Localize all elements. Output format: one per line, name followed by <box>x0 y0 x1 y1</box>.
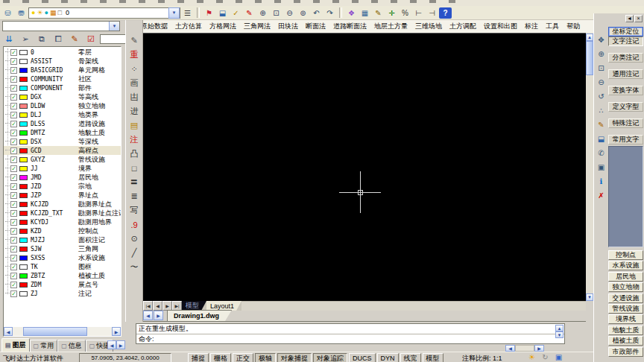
layer-checkbox[interactable]: ✓ <box>10 67 17 74</box>
table-tool-icon[interactable]: ▤ <box>127 118 142 133</box>
scroll-up-icon[interactable]: ▲ <box>555 325 564 331</box>
layer-checkbox[interactable]: ✓ <box>10 264 17 270</box>
annotation-button-特殊注记[interactable]: 特殊注记 <box>608 118 643 128</box>
tab-model[interactable]: 模型 <box>182 301 206 311</box>
collapse-button[interactable]: ◄ <box>625 15 634 22</box>
layer-color-swatch[interactable] <box>19 184 28 189</box>
layer-checkbox[interactable]: ✓ <box>10 49 17 56</box>
match-properties-icon[interactable]: ❖ <box>345 7 358 19</box>
layer-color-swatch[interactable] <box>19 247 28 252</box>
zoom-extents-icon[interactable]: ⊚ <box>297 7 309 19</box>
layer-color-swatch[interactable] <box>19 291 28 296</box>
layer-color-swatch[interactable] <box>19 139 28 145</box>
zoom-previous-icon[interactable]: ⊖ <box>283 7 296 19</box>
menu-item-9[interactable]: 土方调配 <box>446 22 480 31</box>
layer-row[interactable]: ✓ZBTZ植被土质 <box>4 271 121 280</box>
annotation-visibility-icon[interactable]: ☀ <box>526 352 537 362</box>
annotation-button-文字注记[interactable]: 文字注记 <box>608 36 643 46</box>
layout-row-scrolltrack[interactable] <box>242 301 586 311</box>
layer-checkbox[interactable]: ✓ <box>10 282 17 288</box>
layer-checkbox[interactable]: ✓ <box>10 246 17 253</box>
layer-checkbox[interactable]: ✓ <box>10 147 17 154</box>
feature-button-市政部件[interactable]: 市政部件 <box>608 347 643 357</box>
save-icon[interactable]: ⬓ <box>596 132 607 146</box>
layer-checkbox[interactable]: ✓ <box>10 183 17 190</box>
annotation-button-定义字型[interactable]: 定义字型 <box>608 102 643 112</box>
points-tool-icon[interactable]: ⁘ <box>127 62 142 76</box>
layer-row[interactable]: ✓DSX等深线 <box>4 137 121 146</box>
menu-item-5[interactable]: 断面法 <box>302 22 329 31</box>
zoom-window-icon[interactable]: ⊡ <box>596 61 607 75</box>
status-toggle-DYN[interactable]: DYN <box>377 353 399 362</box>
layer-color-swatch[interactable] <box>19 68 28 73</box>
zoom-realtime-icon[interactable]: ⊕ <box>596 47 607 61</box>
annotation-autoscale-icon[interactable]: ↻ <box>540 352 551 362</box>
line-tool-icon[interactable]: ╱ <box>127 246 142 260</box>
feature-button-植被土质[interactable]: 植被土质 <box>608 336 643 346</box>
section-tool-icon[interactable]: ≣ <box>127 189 142 203</box>
tabs-scroll-right-icon[interactable]: ▶ <box>116 340 125 349</box>
annotation-scale[interactable]: 注释比例: 1:1 <box>462 354 502 362</box>
layer-properties-icon[interactable]: ⛁ <box>1 7 14 19</box>
workspace-icon[interactable]: ▣ <box>553 352 564 362</box>
layer-color-swatch[interactable] <box>19 86 28 91</box>
sketch-pencil-icon[interactable]: ✎ <box>372 7 385 19</box>
layer-row[interactable]: ✓ZJ注记 <box>4 289 121 298</box>
status-coordinates[interactable]: 57.0905, 23.4042, 0.0000 <box>79 353 171 362</box>
tab-drawing1[interactable]: Drawing1.dwg <box>167 310 232 321</box>
layer-checkbox[interactable]: ✓ <box>10 76 17 83</box>
feature-button-居民地[interactable]: 居民地 <box>608 272 643 282</box>
dim-trim-icon[interactable]: ⊣ <box>426 7 438 19</box>
status-toggle-捕捉[interactable]: 捕捉 <box>188 353 209 362</box>
layer-color-swatch[interactable] <box>19 112 28 118</box>
call-icon[interactable]: ✆ <box>596 146 607 160</box>
layer-color-swatch[interactable] <box>19 255 28 261</box>
redline-pencil-icon[interactable]: ✎ <box>243 7 256 19</box>
drawing-vscrollbar[interactable]: ▲ ▼ <box>586 33 593 301</box>
layer-row[interactable]: ✓KCJZD勘测界址点 <box>4 200 121 209</box>
undo-icon[interactable]: ↺ <box>596 89 607 104</box>
layer-color-swatch[interactable] <box>19 229 28 234</box>
scroll-left-icon[interactable]: ◀ <box>505 345 515 352</box>
status-toggle-模型[interactable]: 模型 <box>423 353 443 362</box>
status-toggle-栅格[interactable]: 栅格 <box>210 353 231 362</box>
rect-tool-icon[interactable]: □ <box>127 161 142 175</box>
layer-list-hscrollbar[interactable]: ◀ ▶ <box>4 327 121 336</box>
layer-checkbox[interactable]: ✓ <box>10 112 17 118</box>
regen-tool-icon[interactable]: 重 <box>127 48 142 62</box>
feature-button-水系设施[interactable]: 水系设施 <box>608 261 643 270</box>
layer-row[interactable]: ✓DLSS道路设施 <box>4 119 121 128</box>
layer-color-swatch[interactable] <box>19 95 28 100</box>
move-icon[interactable]: ✛ <box>385 7 398 19</box>
menu-item-1[interactable]: 土方估算 <box>171 22 206 31</box>
annotation-button-变换字体[interactable]: 变换字体 <box>608 86 643 95</box>
feature-button-管线设施[interactable]: 管线设施 <box>608 304 643 314</box>
tabs-scroll-left-icon[interactable]: ◀ <box>107 340 116 349</box>
status-toggle-对象捕捉[interactable]: 对象捕捉 <box>277 353 312 362</box>
annotation-button-通用注记[interactable]: 通用注记 <box>608 69 643 79</box>
layer-row[interactable]: ✓MJZJ面积注记 <box>4 235 121 244</box>
layer-color-swatch[interactable] <box>19 202 28 207</box>
layer-row[interactable]: ✓KZD控制点 <box>4 226 121 235</box>
layer-checkbox[interactable]: ✓ <box>10 85 17 92</box>
layer-row[interactable]: ✓COMMUNITY社区 <box>4 74 121 83</box>
layer-lock-icon[interactable]: ● <box>45 10 48 16</box>
draw-tool-icon[interactable]: 画 <box>127 76 142 90</box>
layer-color-swatch[interactable] <box>19 273 28 279</box>
layer-color-swatch[interactable] <box>19 193 28 198</box>
edit-pencil-icon[interactable]: ✎ <box>596 118 607 132</box>
scroll-down-icon[interactable]: ▼ <box>555 331 564 338</box>
save-icon[interactable]: ⬓ <box>216 7 229 19</box>
layer-row[interactable]: ✓GXYZ管线设施 <box>4 155 121 164</box>
prev-tab-icon[interactable]: ◀ <box>153 301 162 311</box>
layer-combo[interactable]: ●☀●▦□ 0 ▼ <box>28 7 180 19</box>
layer-row[interactable]: ✓DMTZ地貌土质 <box>4 128 121 137</box>
layer-row[interactable]: ✓GCD高程点 <box>4 146 121 155</box>
layer-row[interactable]: ✓ASSIST骨架线 <box>4 57 121 66</box>
file-tabs-left-icon[interactable]: ◀ <box>143 311 153 320</box>
annotation-scale-value[interactable]: 1:1 <box>493 355 502 362</box>
annotation-button-坐标定位[interactable]: 坐标定位 <box>608 27 643 36</box>
layer-paste-icon[interactable]: ⧠ <box>51 33 66 45</box>
layer-row[interactable]: ✓SJW三角网 <box>4 244 121 253</box>
scroll-down-icon[interactable]: ▼ <box>586 293 593 301</box>
